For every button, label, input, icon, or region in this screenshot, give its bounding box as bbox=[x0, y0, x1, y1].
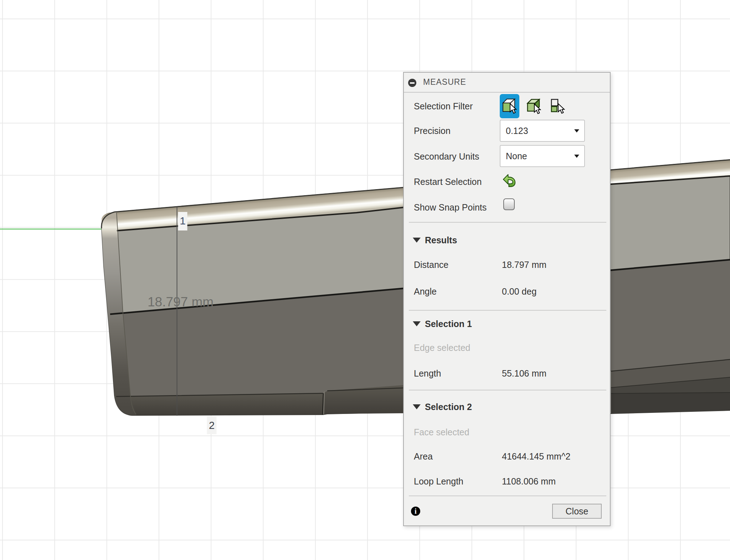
svg-text:18.797 mm: 18.797 mm bbox=[148, 295, 214, 309]
svg-text:1: 1 bbox=[180, 215, 186, 227]
svg-text:2: 2 bbox=[209, 420, 215, 431]
